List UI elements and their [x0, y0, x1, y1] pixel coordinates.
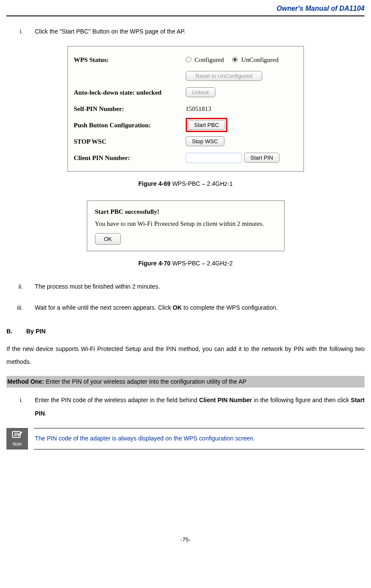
pbc-row: Push Button Configuration: Start PBC [74, 118, 297, 132]
reset-unconfigured-button[interactable]: Reset to UnConfigured [186, 71, 262, 81]
unconfigured-radio[interactable] [232, 57, 238, 62]
method-one-bold: Method One: [7, 378, 44, 385]
pin-step-i-num: i. [14, 394, 35, 420]
unlock-button[interactable]: Unlock [186, 87, 216, 97]
start-pbc-highlight: Start PBC [186, 118, 228, 132]
note-icon: Note [6, 428, 28, 449]
pin-step-i: i. Enter the PIN code of the wireless ad… [14, 394, 365, 420]
step-iii-ok: OK [173, 304, 182, 311]
step-iii: iii. Wait for a while until the next scr… [14, 301, 365, 314]
figure-4-69-caption: Figure 4-69 WPS-PBC – 2.4GHz-1 [6, 179, 365, 188]
caption2-rest: WPS-PBC – 2.4GHz-2 [171, 260, 233, 267]
configured-radio[interactable] [186, 57, 191, 62]
wps-config-panel: WPS Status: Configured UnConfigured Rese… [67, 46, 304, 172]
self-pin-row: Self-PIN Number: 15051813 [74, 102, 297, 116]
reset-row: Reset to UnConfigured [74, 69, 297, 83]
manual-title: Owner's Manual of DA1104 [276, 5, 365, 12]
client-pin-input[interactable] [186, 153, 242, 163]
note-text: The PIN code of the adapter is always di… [34, 428, 365, 449]
step-ii-num: ii. [14, 280, 35, 293]
client-pin-label: Client PIN Number: [74, 153, 186, 163]
note-icon-label: Note [12, 441, 21, 447]
step-i-text: Click the "Start PBC" Button on the WPS … [35, 25, 365, 38]
start-pin-button[interactable]: Start PIN [244, 153, 280, 163]
page-header: Owner's Manual of DA1104 [6, 0, 365, 16]
caption1-rest: WPS-PBC – 2.4GHz-1 [171, 180, 233, 187]
wps-status-controls: Configured UnConfigured [186, 55, 297, 65]
dialog-line1: Start PBC successfully! [95, 207, 276, 217]
step-ii: ii. The process must be finished within … [14, 280, 365, 293]
caption1-bold: Figure 4-69 [138, 180, 171, 187]
pin-step-i-text: Enter the PIN code of the wireless adapt… [35, 394, 365, 420]
method-one-bar: Method One: Enter the PIN of your wirele… [6, 376, 365, 388]
auto-lock-row: Auto-lock-down state: unlocked Unlock [74, 85, 297, 100]
client-pin-row: Client PIN Number: Start PIN [74, 151, 297, 165]
step-i: i. Click the "Start PBC" Button on the W… [14, 25, 365, 38]
pbc-success-dialog: Start PBC successfully! You have to run … [87, 200, 285, 251]
step-iii-text: Wait for a while until the next screen a… [35, 301, 365, 314]
page-number: -75- [6, 536, 365, 544]
section-b-letter: B. [6, 327, 26, 336]
unconfigured-label: UnConfigured [241, 55, 279, 65]
start-pbc-button[interactable]: Start PBC [188, 120, 226, 130]
dialog-ok-button[interactable]: OK [95, 233, 121, 245]
wps-status-label: WPS Status: [74, 55, 186, 65]
figure-4-70-caption: Figure 4-70 WPS-PBC – 2.4GHz-2 [6, 259, 365, 268]
section-b-heading: B. By PIN [6, 327, 365, 336]
section-b-title: By PIN [26, 327, 46, 336]
method-one-rest: Enter the PIN of your wireless adapter i… [44, 378, 247, 385]
step-iii-num: iii. [14, 301, 35, 314]
stop-wsc-button[interactable]: Stop WSC [186, 136, 225, 146]
dialog-line2: You have to run Wi-Fi Protected Setup in… [95, 219, 276, 229]
configured-label: Configured [195, 55, 224, 65]
step-i-num: i. [14, 25, 35, 38]
auto-lock-label: Auto-lock-down state: unlocked [74, 88, 186, 98]
stop-wsc-row: STOP WSC Stop WSC [74, 134, 297, 149]
step-ii-text: The process must be finished within 2 mi… [35, 280, 365, 293]
pbc-label: Push Button Configuration: [74, 120, 186, 130]
self-pin-value: 15051813 [186, 104, 212, 114]
self-pin-label: Self-PIN Number: [74, 104, 186, 114]
wps-status-row: WPS Status: Configured UnConfigured [74, 52, 297, 67]
section-b-intro: If the new device supports Wi-Fi Protect… [6, 343, 365, 368]
stop-wsc-label: STOP WSC [74, 137, 186, 147]
caption2-bold: Figure 4-70 [138, 260, 171, 267]
note-block: Note The PIN code of the adapter is alwa… [6, 428, 365, 449]
